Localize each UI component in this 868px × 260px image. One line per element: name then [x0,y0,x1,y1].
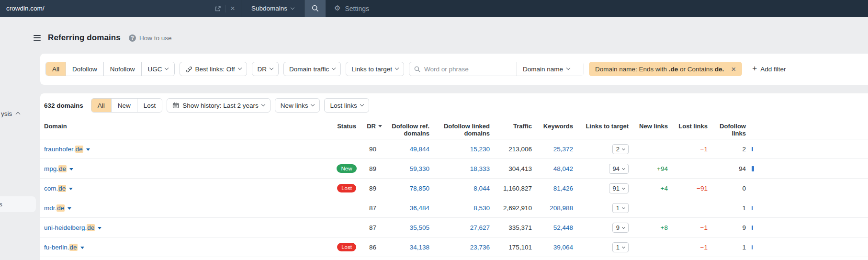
domain-link[interactable]: fu-berlin.de [44,244,78,251]
dofollow-linked-link[interactable]: 18,333 [470,165,490,172]
domain-link[interactable]: uni-heidelberg.de [44,224,95,231]
links-to-target-select[interactable]: 1 [612,203,629,213]
add-filter-button[interactable]: + Add filter [749,64,789,74]
domain-link[interactable]: fraunhofer.de [44,146,83,153]
col-header-domain[interactable]: Domain [44,120,335,139]
domain-dropdown-icon[interactable] [68,207,71,210]
filter-ugc[interactable]: UGC [142,62,174,76]
domain-dropdown-icon[interactable] [80,247,84,249]
col-header-dofollow-linked[interactable]: Dofollow linkeddomains [429,120,490,139]
links-to-target-select[interactable]: 94 [609,164,629,174]
dofollow-linked-link[interactable]: 15,230 [470,146,490,153]
domain-dropdown-icon[interactable] [86,148,90,151]
dofollow-links-bar [752,226,753,230]
domain-link[interactable]: mdr.de [44,204,65,212]
show-history-button[interactable]: Show history: Last 2 years [167,98,270,113]
domain-link[interactable]: com.de [44,185,66,192]
domain-traffic-filter-button[interactable]: Domain traffic [283,62,341,76]
col-header-dofollow-ref[interactable]: Dofollow ref.domains [382,120,429,139]
filter-all[interactable]: All [46,62,66,76]
keywords-link[interactable]: 208,988 [550,204,573,212]
cell-traffic: 1,160,827 [490,179,532,198]
topbar: crowdin.com/ × Subdomains ⚙ Settings [0,0,868,17]
status-lost[interactable]: Lost [137,99,162,112]
dofollow-ref-link[interactable]: 59,330 [410,165,429,172]
col-header-status[interactable]: Status [335,120,358,139]
chevron-up-icon [16,112,21,117]
col-header-links-to-target[interactable]: Links to target [573,120,629,139]
dofollow-ref-link[interactable]: 49,844 [410,146,429,153]
keywords-link[interactable]: 81,426 [553,185,573,192]
col-header-dofollow-links[interactable]: Dofollowlinks [708,120,746,139]
clear-input-icon[interactable]: × [230,4,235,12]
domain-dropdown-icon[interactable] [98,227,101,229]
target-input[interactable]: crowdin.com/ × [0,0,241,17]
how-to-use-link[interactable]: How to use [139,34,172,42]
filter-dofollow[interactable]: Dofollow [66,62,104,76]
word-search-input[interactable]: Word or phrase [409,62,517,76]
cell-bar [746,179,760,198]
remove-filter-icon[interactable]: × [731,65,736,73]
cell-bar [746,198,760,217]
sidebar-section-cutoff[interactable]: ysis [1,110,20,117]
cell-status [335,218,358,237]
filter-nofollow[interactable]: Nofollow [104,62,142,76]
col-header-keywords[interactable]: Keywords [532,120,573,139]
search-button[interactable] [304,0,326,17]
keywords-link[interactable]: 52,448 [553,224,573,231]
chevron-down-icon [291,5,294,9]
chevron-down-icon [270,66,273,70]
cell-dofollow-linked: 8,044 [429,179,490,198]
dofollow-linked-link[interactable]: 23,736 [470,244,490,251]
active-filter-chip[interactable]: Domain name: Ends with .de or Contains d… [589,62,742,76]
links-to-target-select[interactable]: 9 [612,223,629,233]
dofollow-linked-link[interactable]: 8,530 [473,204,490,212]
status-all[interactable]: All [91,99,112,112]
chevron-down-icon [164,66,168,70]
links-to-target-select[interactable]: 2 [612,144,629,154]
status-new[interactable]: New [112,99,137,112]
domain-dropdown-icon[interactable] [69,188,73,190]
settings-button[interactable]: ⚙ Settings [334,0,369,17]
col-header-dr[interactable]: DR [358,120,382,139]
cell-dofollow-links: 9 [708,218,746,237]
col-header-lost-links[interactable]: Lost links [668,120,708,139]
domain-dropdown-icon[interactable] [69,168,73,170]
best-links-button[interactable]: Best links: Off [180,62,247,76]
help-icon[interactable]: ? [129,34,136,42]
cell-traffic: 2,692,910 [490,198,532,217]
dr-filter-button[interactable]: DR [252,62,279,76]
menu-icon[interactable] [34,35,41,41]
target-url-value[interactable]: crowdin.com/ [6,5,214,12]
plus-icon: + [752,64,757,73]
links-to-target-select[interactable]: 91 [609,183,629,193]
cell-domain: mpg.de [44,159,335,178]
dofollow-ref-link[interactable]: 34,138 [410,244,429,251]
col-header-traffic[interactable]: Traffic [490,120,532,139]
dofollow-ref-link[interactable]: 78,850 [410,185,429,192]
keywords-link[interactable]: 39,064 [553,244,573,251]
table-controls: 632 domains All New Lost Show history: L… [44,98,369,113]
chevron-down-icon [332,66,336,70]
links-to-target-select[interactable]: 1 [612,242,629,252]
cell-dofollow-links: 2 [708,139,746,158]
mode-dropdown[interactable]: Subdomains [241,0,304,17]
dofollow-ref-link[interactable]: 35,505 [410,224,429,231]
links-to-target-filter-button[interactable]: Links to target [346,62,404,76]
open-external-icon[interactable] [214,5,221,12]
chevron-down-icon [566,66,570,70]
sidebar-item-cutoff[interactable]: s [0,196,36,212]
result-count: 632 domains [44,102,83,109]
search-field-select[interactable]: Domain name [517,62,584,76]
keywords-link[interactable]: 25,372 [553,146,573,153]
lost-links-button[interactable]: Lost links [324,98,369,113]
filters-card: All Dofollow Nofollow UGC Best links: Of… [40,54,868,85]
dofollow-ref-link[interactable]: 36,484 [410,204,429,212]
table-card: 632 domains All New Lost Show history: L… [40,93,868,260]
col-header-new-links[interactable]: New links [629,120,668,139]
dofollow-linked-link[interactable]: 8,044 [473,185,490,192]
domain-link[interactable]: mpg.de [44,165,67,172]
dofollow-linked-link[interactable]: 27,627 [470,224,490,231]
new-links-button[interactable]: New links [275,98,320,113]
keywords-link[interactable]: 48,042 [553,165,573,172]
